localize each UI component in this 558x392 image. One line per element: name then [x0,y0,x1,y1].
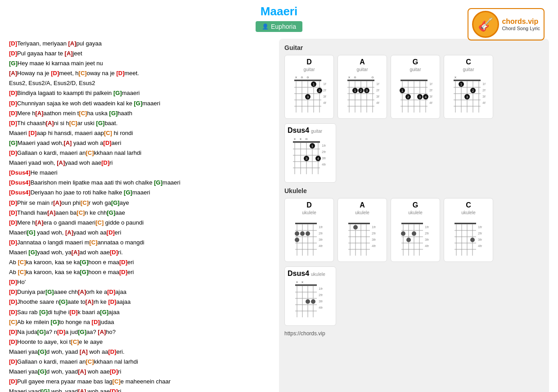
svg-point-198 [306,299,310,304]
lyric-line: [Dsus4]Deriyaan ho jaae to roti halke ha… [9,188,270,198]
chord-card-d-ukulele[interactable]: D ukulele 1fr 2fr [284,198,334,262]
lyrics-section: [D]Teriyaan, meriyaan [A]pul gayaa [D]Pu… [9,39,270,392]
lyric-line: Maaeri yaad woh, [A]yaad woh aae[D]ri [9,158,270,168]
lyric-line: [G]Maaeri yaad woh,[A] yaad woh a[D]aeri [9,138,270,148]
svg-text:o: o [354,75,356,79]
chord-diagram-c-ukulele: 1fr 2fr 3fr 4fr [453,217,484,257]
lyric-line: [D]Thi chaash[A]ni si h[C]ar uski [G]baa… [9,118,270,128]
dsus4-ukulele-row: Dsus4 ukulele x x [284,266,544,326]
lyric-line: Ab [C]ka karoon, kaa se ka[G]hoon e maa[… [9,257,270,267]
svg-text:3: 3 [466,95,468,99]
svg-text:x: x [294,137,296,141]
svg-text:x: x [302,280,303,284]
site-url: https://chords.vip [284,330,544,337]
chord-card-c-ukulele[interactable]: C ukulele 1fr 2fr [444,198,493,262]
svg-text:2fr: 2fr [429,88,432,92]
chord-card-c-guitar[interactable]: C guitar x 1 [444,55,493,119]
chord-card-dsus4-ukulele[interactable]: Dsus4 ukulele x x [284,266,336,326]
svg-text:3fr: 3fr [429,95,432,99]
svg-text:1fr: 1fr [478,225,482,229]
guitar-label: Guitar [284,44,544,51]
lyric-line: [D]Thandi haw[A]aaen ba[C]n ke chh[G]aae [9,208,270,218]
lyric-line: [D]Hoonte to aaye, koi t[C]e le aaye [9,337,270,347]
lyric-line: [A]Howay na je [D]meet, h[C]oway na je [… [9,68,270,78]
svg-point-149 [353,225,358,230]
song-title: Maaeri [256,5,302,18]
chord-card-a-ukulele[interactable]: A ukulele 1fr 2fr [338,198,387,262]
lyric-line: Maaeri yaa[G]d woh, yaad [A] woh aa[D]er… [9,347,270,357]
svg-text:3: 3 [418,95,421,99]
svg-point-134 [295,238,299,242]
svg-text:2fr: 2fr [376,88,379,92]
chord-diagram-d-ukulele: 1fr 2fr 3fr 4fr [293,217,325,257]
guitar-chords-row: D guitar x o o [284,55,544,119]
lyric-line: [D]Duniya par[G]aaee chh[A]orh ke a[D]aj… [9,287,270,297]
lyric-line: [D]Chunniyan sajaa ke woh deti waadein k… [9,99,270,108]
svg-text:x: x [300,137,302,141]
svg-text:3fr: 3fr [482,95,486,99]
chord-card-a-guitar[interactable]: A guitar x o [338,55,387,119]
chord-diagram-d-guitar: x o o [292,74,326,114]
svg-text:1fr: 1fr [322,144,326,148]
lyric-line: [D]Mere h[A]era o gaandi maaeri[C] gidde… [9,218,270,228]
lyric-line: [D]Gallaan o kardi, maaeri an[C]kkhaan n… [9,357,270,367]
svg-text:3fr: 3fr [425,238,429,242]
svg-text:4fr: 4fr [319,244,323,248]
svg-text:2: 2 [360,89,362,93]
svg-text:o: o [306,75,309,79]
lyric-line: [D]Mere h[A]aathon mein t[C]ha uska [G]h… [9,108,270,118]
svg-text:2fr: 2fr [322,150,326,154]
lyric-line: [Dsus4]He maaeri [9,168,270,178]
svg-text:1fr: 1fr [319,287,323,291]
svg-point-131 [295,231,299,236]
lyric-line: [D]Phir se main r[A]oun phi[C]r woh ga[G… [9,198,270,208]
svg-text:4fr: 4fr [425,244,429,248]
svg-text:1fr: 1fr [429,82,432,86]
svg-text:1fr: 1fr [372,225,376,229]
lyric-line: [D]Jannataa o langdi maaeri m[C]annataa … [9,238,270,248]
svg-text:3: 3 [306,95,309,99]
svg-text:o: o [306,137,308,141]
lyric-line: [D]Jhoothe saare n[G]aate to[A]rh ke [D]… [9,297,270,307]
svg-text:1fr: 1fr [376,82,379,86]
lyric-line: [C]Ab ke milein [G]to honge na [D]judaa [9,317,270,327]
svg-text:4fr: 4fr [478,244,482,248]
svg-text:1: 1 [312,82,315,86]
svg-text:1fr: 1fr [323,82,326,86]
artist-badge[interactable]: Euphoria [256,21,302,32]
svg-point-132 [300,231,305,236]
svg-text:2fr: 2fr [478,231,482,235]
svg-text:3fr: 3fr [478,238,482,242]
svg-text:x: x [454,75,456,79]
svg-point-165 [412,231,416,236]
svg-text:1: 1 [354,89,356,93]
lyric-line: Maaeri [D]aap hi hansdi, maaeri aap[C] h… [9,128,270,138]
lyric-line: [D]Teriyaan, meriyaan [A]pul gayaa [9,39,270,49]
svg-text:2fr: 2fr [372,231,376,235]
chord-card-d-guitar[interactable]: D guitar x o o [284,55,334,119]
logo-area: 🎸 chords.vip Chord Song Lyric [468,8,544,41]
svg-text:3fr: 3fr [319,238,323,242]
svg-text:3: 3 [365,89,368,93]
chord-diagram-g-ukulele: 1fr 2fr 3fr 4fr [400,217,431,257]
lyric-line: [D]Pull gayee mera pyaar maae bas lag[C]… [9,377,270,387]
lyric-line: [D]Pul gayaa haar te [A]jeet [9,49,270,59]
svg-text:1: 1 [460,82,462,86]
lyric-line: [D]Sau rab [G]di tujhe i[D]k baari a[G]a… [9,307,270,317]
ukulele-chords-row: D ukulele 1fr 2fr [284,198,544,262]
dsus4-guitar-row: Dsus4 guitar x x o [284,123,544,183]
lyric-line: [G]Hey maae ki karnaa main jeet nu [9,59,270,68]
chord-card-dsus4-guitar[interactable]: Dsus4 guitar x x o [284,123,336,183]
chord-panel: Guitar D guitar x o o [279,39,549,392]
svg-text:3: 3 [306,157,308,161]
svg-text:2: 2 [472,89,474,93]
lyric-line: Maaeri yaa[G]d woh, yaad[A] woh aae[D]ri [9,367,270,377]
chord-card-g-ukulele[interactable]: G ukulele 1fr 2fr [391,198,440,262]
svg-text:2: 2 [318,89,320,93]
svg-text:4fr: 4fr [323,101,326,105]
chord-card-g-guitar[interactable]: G guitar 1fr [391,55,440,119]
lyric-line: Ab [C]ka karoon, kaa se ka[G]hoon e maa[… [9,267,270,277]
svg-point-166 [406,238,411,242]
svg-text:4fr: 4fr [322,162,326,167]
svg-point-181 [470,238,475,242]
